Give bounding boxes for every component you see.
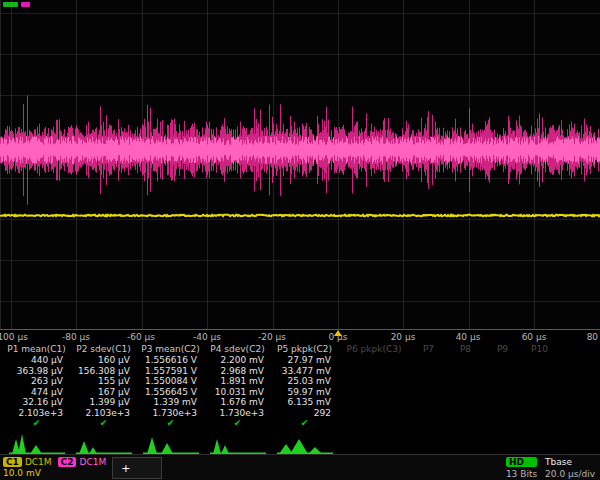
- measure-row-sdev: 32.16 µV 1.399 µV 1.339 mV 1.676 mV 6.13…: [3, 397, 600, 408]
- measure-row-num: 2.103e+3 2.103e+3 1.730e+3 1.730e+3 292: [3, 408, 600, 419]
- param-header-p9[interactable]: P9: [484, 344, 521, 355]
- waveform-plot: [0, 0, 600, 330]
- param-header-p2[interactable]: P2 sdev(C1): [70, 344, 137, 355]
- measure-value-cell: 1.891 mV: [204, 376, 271, 387]
- measure-value-cell: 27.97 mV: [271, 355, 338, 366]
- measure-value-cell: 167 µV: [70, 387, 137, 398]
- descriptor-bar: C1 DC1M 10.0 mV C2 DC1M + HD 13 Bits Tba…: [0, 454, 600, 480]
- c1-channel-chip[interactable]: C1: [3, 457, 22, 467]
- timebase-descriptor[interactable]: HD 13 Bits Tbase 20.0 µs/div: [506, 457, 597, 479]
- measure-value-cell: 33.477 mV: [271, 366, 338, 377]
- channel-indicator-icon: [21, 2, 30, 7]
- measure-value-cell: 2.200 mV: [204, 355, 271, 366]
- measure-value-cell: 1.556616 V: [137, 355, 204, 366]
- param-header-p4[interactable]: P4 sdev(C2): [204, 344, 271, 355]
- c1-coupling-label: DC1M: [25, 457, 52, 467]
- measure-table: P1 mean(C1) P2 sdev(C1) P3 mean(C2) P4 s…: [0, 344, 600, 454]
- measure-value-cell: 1.730e+3: [137, 408, 204, 419]
- param-header-p10[interactable]: P10: [521, 344, 558, 355]
- param-histicon[interactable]: [3, 428, 70, 454]
- c1-descriptor[interactable]: C1 DC1M 10.0 mV: [3, 457, 52, 478]
- time-axis-label: 20 µs: [391, 332, 416, 342]
- param-header-p5[interactable]: P5 pkpk(C2): [271, 344, 338, 355]
- measure-value-cell: 59.97 mV: [271, 387, 338, 398]
- status-check-icon: ✔: [271, 418, 338, 428]
- time-axis-label: -60 µs: [127, 332, 155, 342]
- param-histicon[interactable]: [204, 428, 271, 454]
- measure-value-cell: 1.730e+3: [204, 408, 271, 419]
- oscilloscope-screen: -100 µs -80 µs -60 µs -40 µs -20 µs 0 µs…: [0, 0, 600, 480]
- hd-badge: HD: [506, 457, 537, 467]
- plus-cursor-icon: +: [121, 462, 130, 475]
- measure-value-cell: 156.308 µV: [70, 366, 137, 377]
- param-header-p7[interactable]: P7: [410, 344, 447, 355]
- measure-value-cell: 2.103e+3: [3, 408, 70, 419]
- measure-value-cell: 474 µV: [3, 387, 70, 398]
- measure-value-cell: 6.135 mV: [271, 397, 338, 408]
- c1-scale-value: 10.0 mV: [3, 468, 52, 478]
- measure-table-header: P1 mean(C1) P2 sdev(C1) P3 mean(C2) P4 s…: [3, 344, 600, 355]
- histicon-canvas: [76, 432, 132, 454]
- measure-row-max: 474 µV 167 µV 1.556645 V 10.031 mV 59.97…: [3, 387, 600, 398]
- param-header-p6[interactable]: P6 pkpk(C3): [338, 344, 410, 355]
- time-axis: -100 µs -80 µs -60 µs -40 µs -20 µs 0 µs…: [0, 330, 600, 344]
- measure-row-mean: 363.98 µV 156.308 µV 1.557591 V 2.968 mV…: [3, 366, 600, 377]
- measure-value-cell: 1.339 mV: [137, 397, 204, 408]
- param-header-p8[interactable]: P8: [447, 344, 484, 355]
- param-header-p1[interactable]: P1 mean(C1): [3, 344, 70, 355]
- measure-value-cell: 263 µV: [3, 376, 70, 387]
- time-axis-label: -80 µs: [62, 332, 90, 342]
- measure-value-cell: 2.103e+3: [70, 408, 137, 419]
- waveform-canvas[interactable]: [0, 0, 600, 329]
- time-axis-label: 80 µs: [587, 332, 600, 342]
- histicon-canvas: [9, 432, 65, 454]
- measure-value-cell: 1.399 µV: [70, 397, 137, 408]
- measure-value-cell: 440 µV: [3, 355, 70, 366]
- measure-value-cell: 363.98 µV: [3, 366, 70, 377]
- tbase-value: 20.0 µs/div: [545, 469, 595, 479]
- measure-value-cell: 155 µV: [70, 376, 137, 387]
- time-axis-label: 0 µs: [328, 332, 347, 342]
- histicon-canvas: [277, 432, 333, 454]
- status-check-icon: ✔: [3, 418, 70, 428]
- time-axis-label: -20 µs: [258, 332, 286, 342]
- histicon-row: [3, 428, 600, 454]
- bits-label: 13 Bits: [506, 469, 537, 479]
- param-histicon[interactable]: [271, 428, 338, 454]
- time-axis-label: 40 µs: [456, 332, 481, 342]
- time-axis-label: 60 µs: [522, 332, 547, 342]
- measure-value-cell: 1.556645 V: [137, 387, 204, 398]
- measure-value-cell: 1.557591 V: [137, 366, 204, 377]
- measure-value-cell: 10.031 mV: [204, 387, 271, 398]
- measure-status-row: ✔ ✔ ✔ ✔ ✔: [3, 418, 600, 428]
- measure-value-cell: 25.03 mV: [271, 376, 338, 387]
- time-axis-label: -100 µs: [0, 332, 28, 342]
- histicon-canvas: [210, 432, 266, 454]
- measure-value-cell: 2.968 mV: [204, 366, 271, 377]
- time-axis-label: -40 µs: [193, 332, 221, 342]
- status-check-icon: ✔: [204, 418, 271, 428]
- c2-channel-chip[interactable]: C2: [58, 457, 77, 467]
- measure-value-cell: 1.550084 V: [137, 376, 204, 387]
- acquisition-indicator-icon: [3, 2, 18, 7]
- measure-value-cell: 160 µV: [70, 355, 137, 366]
- cursor-readout-box[interactable]: +: [112, 457, 162, 479]
- measure-value-cell: 32.16 µV: [3, 397, 70, 408]
- measure-row-min: 263 µV 155 µV 1.550084 V 1.891 mV 25.03 …: [3, 376, 600, 387]
- param-histicon[interactable]: [70, 428, 137, 454]
- tbase-label: Tbase: [545, 457, 595, 467]
- status-check-icon: ✔: [137, 418, 204, 428]
- param-header-p3[interactable]: P3 mean(C2): [137, 344, 204, 355]
- status-indicator-chips: [3, 2, 30, 7]
- c2-coupling-label: DC1M: [79, 457, 106, 467]
- status-check-icon: ✔: [70, 418, 137, 428]
- measure-value-cell: 1.676 mV: [204, 397, 271, 408]
- param-histicon[interactable]: [137, 428, 204, 454]
- c2-descriptor[interactable]: C2 DC1M: [58, 457, 107, 467]
- histicon-canvas: [143, 432, 199, 454]
- measure-row-value: 440 µV 160 µV 1.556616 V 2.200 mV 27.97 …: [3, 355, 600, 366]
- measure-value-cell: 292: [271, 408, 338, 419]
